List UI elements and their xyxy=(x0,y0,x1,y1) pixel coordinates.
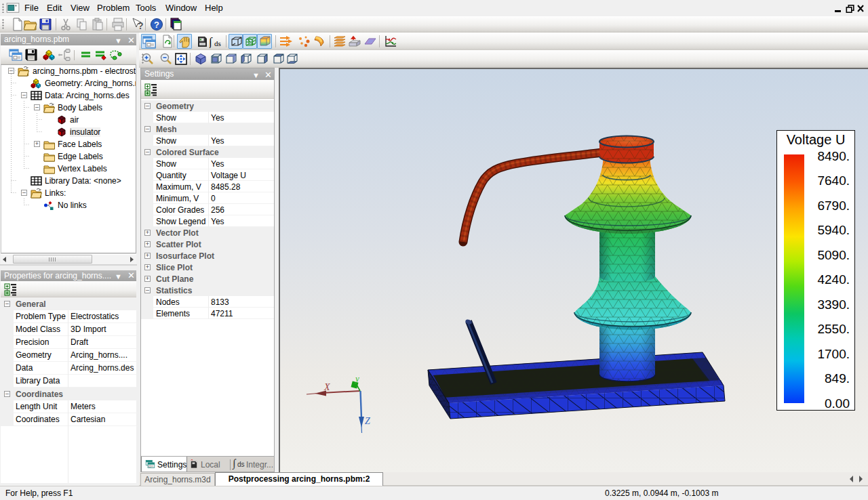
svg-text:X: X xyxy=(323,382,330,392)
svg-text:?: ? xyxy=(154,20,159,30)
svg-text:ds: ds xyxy=(214,39,221,47)
svg-text:y: y xyxy=(354,373,359,383)
svg-text:?: ? xyxy=(138,20,144,31)
svg-text:∫: ∫ xyxy=(209,35,213,48)
svg-text:Z: Z xyxy=(365,416,370,426)
